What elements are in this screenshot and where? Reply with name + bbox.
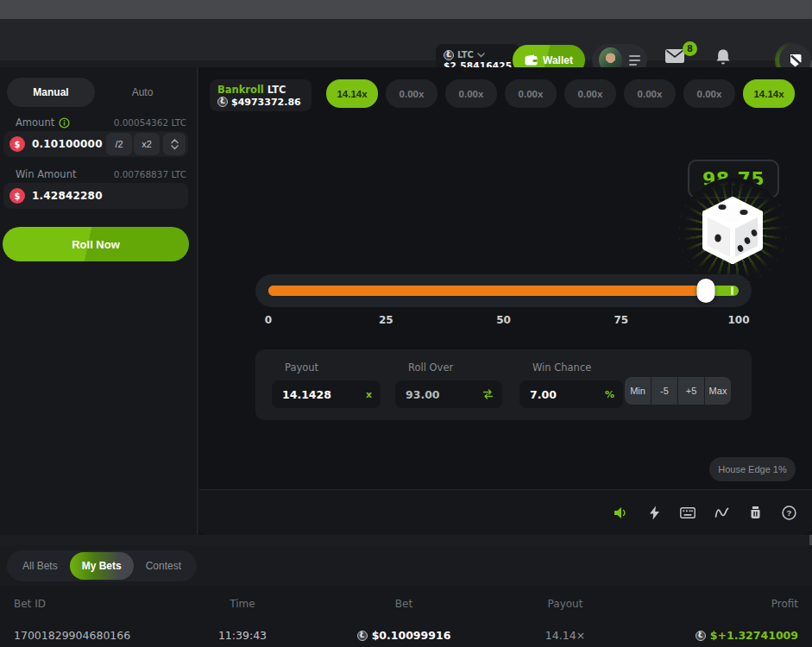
win-chance-input[interactable]: 7.00 % <box>519 380 623 408</box>
profit-amount: $+1.32741009 <box>710 629 798 642</box>
plus-5-button[interactable]: +5 <box>678 377 704 405</box>
max-button[interactable]: Max <box>705 377 731 405</box>
history-chip[interactable]: 0.00x <box>564 79 616 108</box>
info-icon[interactable] <box>59 117 70 129</box>
speaker-icon <box>614 506 628 519</box>
payout-unit: x <box>366 389 372 400</box>
chevron-down-icon <box>171 145 179 150</box>
history-chip[interactable]: 0.00x <box>386 79 437 108</box>
tab-manual[interactable]: Manual <box>7 78 95 107</box>
litecoin-coin-icon: Ł <box>217 97 228 107</box>
history-chip[interactable]: 14.14x <box>743 79 795 108</box>
roll-over-label: Roll Over <box>408 361 502 374</box>
payout-cell: 14.14× <box>545 629 585 642</box>
litecoin-coin-icon: Ł <box>444 50 454 60</box>
window-top-strip <box>0 0 812 19</box>
live-stats-button[interactable] <box>714 505 729 520</box>
roll-slider-track[interactable] <box>268 286 739 296</box>
fairness-seed-button[interactable] <box>747 505 763 520</box>
bankroll-currency: LTC <box>268 84 286 96</box>
table-header-row: Bet ID Time Bet Payout Profit <box>14 598 798 610</box>
win-amount-input[interactable]: $ 1.42842280 <box>3 183 188 209</box>
half-bet-button[interactable]: /2 <box>106 133 132 155</box>
col-time: Time <box>230 598 255 610</box>
hamburger-icon <box>629 55 640 66</box>
history-chip[interactable]: 0.00x <box>683 79 735 108</box>
col-profit: Profit <box>771 598 798 610</box>
bet-id-cell: 17001829904680166 <box>14 629 130 642</box>
bets-tab-bar: All Bets My Bets Contest <box>0 545 812 586</box>
sound-button[interactable] <box>613 505 628 520</box>
bet-cell: Ł $0.10099916 <box>357 629 451 642</box>
profit-cell: Ł $+1.32741009 <box>696 629 798 642</box>
game-toolbar: ? <box>198 489 812 535</box>
help-button[interactable]: ? <box>781 505 796 520</box>
tab-all-bets[interactable]: All Bets <box>10 552 70 580</box>
payout-label: Payout <box>285 361 381 374</box>
tick-label: 0 <box>265 314 272 326</box>
hotkeys-button[interactable] <box>646 505 662 520</box>
chevron-up-icon <box>171 139 179 144</box>
dollar-icon: $ <box>9 136 25 152</box>
stats-wave-icon <box>714 506 729 518</box>
slider-end-tick <box>731 286 733 295</box>
win-amount-label-row: Win Amount 0.00768837 LTC <box>16 168 186 180</box>
history-chip[interactable]: 0.00x <box>505 79 557 108</box>
table-row[interactable]: 17001829904680166 11:39:43 Ł $0.10099916… <box>14 629 798 642</box>
roll-over-input[interactable]: 93.00 <box>395 380 502 408</box>
minus-5-button[interactable]: -5 <box>651 377 677 405</box>
bet-settings-panel: Payout 14.1428 x Roll Over 93.00 Win Cha… <box>255 349 752 420</box>
history-chip[interactable]: 14.14x <box>326 79 378 108</box>
win-chance-adjust-group: Min -5 +5 Max <box>625 377 731 405</box>
amount-input[interactable]: $ 0.10100000 /2 x2 <box>3 131 188 157</box>
roll-over-group: Roll Over 93.00 <box>395 360 502 408</box>
chevron-down-icon <box>477 53 485 58</box>
tab-contest[interactable]: Contest <box>134 552 193 580</box>
roll-now-button[interactable]: Roll Now <box>3 227 189 261</box>
swap-icon[interactable] <box>482 389 494 399</box>
payout-value: 14.1428 <box>282 388 366 401</box>
keyboard-button[interactable] <box>680 505 696 520</box>
house-edge-button[interactable]: House Edge 1% <box>709 457 796 481</box>
amount-label: Amount <box>16 116 54 129</box>
bets-table: Bet ID Time Bet Payout Profit 1700182990… <box>0 586 812 647</box>
bell-icon <box>714 48 732 67</box>
lightning-icon <box>649 506 660 520</box>
tick-label: 100 <box>727 314 749 326</box>
svg-text:?: ? <box>786 508 791 518</box>
min-button[interactable]: Min <box>625 377 651 405</box>
currency-code: LTC <box>457 50 474 60</box>
col-payout: Payout <box>548 598 583 610</box>
slider-handle[interactable] <box>696 279 714 303</box>
result-history: 14.14x 0.00x 0.00x 0.00x 0.00x 0.00x 0.0… <box>326 79 795 108</box>
messages-count-badge: 8 <box>683 41 697 56</box>
bet-sidebar: Manual Auto Amount 0.00054362 LTC $ 0.10… <box>0 67 198 535</box>
amount-stepper[interactable] <box>163 133 186 155</box>
tick-label: 25 <box>379 314 393 326</box>
roll-over-value: 93.00 <box>406 388 482 401</box>
history-chip[interactable]: 0.00x <box>445 79 497 108</box>
tab-my-bets[interactable]: My Bets <box>70 552 134 580</box>
roll-slider-shell <box>255 274 752 307</box>
dice-game-page: Ł LTC $2.58416425 Wallet 8 <box>0 0 812 647</box>
slider-fill <box>268 286 706 296</box>
bankroll-display: Bankroll LTC Ł $4973372.86 <box>210 79 312 111</box>
win-amount-value: 1.42842280 <box>32 190 186 202</box>
litecoin-coin-icon: Ł <box>357 631 368 641</box>
history-chip[interactable]: 0.00x <box>624 79 676 108</box>
keyboard-icon <box>680 507 696 518</box>
col-bet: Bet <box>395 598 412 610</box>
wallet-label: Wallet <box>543 54 573 66</box>
tab-auto[interactable]: Auto <box>95 78 190 107</box>
dollar-icon: $ <box>9 188 25 204</box>
bankroll-label: Bankroll <box>217 84 264 96</box>
col-bet-id: Bet ID <box>14 598 46 610</box>
game-panel: Bankroll LTC Ł $4973372.86 14.14x 0.00x … <box>198 67 812 535</box>
double-bet-button[interactable]: x2 <box>134 133 160 155</box>
win-chance-unit: % <box>605 389 614 400</box>
flag-logo-icon <box>787 52 804 69</box>
jar-icon <box>749 506 762 519</box>
mode-tabs: Manual Auto <box>7 78 190 107</box>
payout-input[interactable]: 14.1428 x <box>272 380 381 408</box>
amount-available: 0.00054362 LTC <box>114 117 186 128</box>
